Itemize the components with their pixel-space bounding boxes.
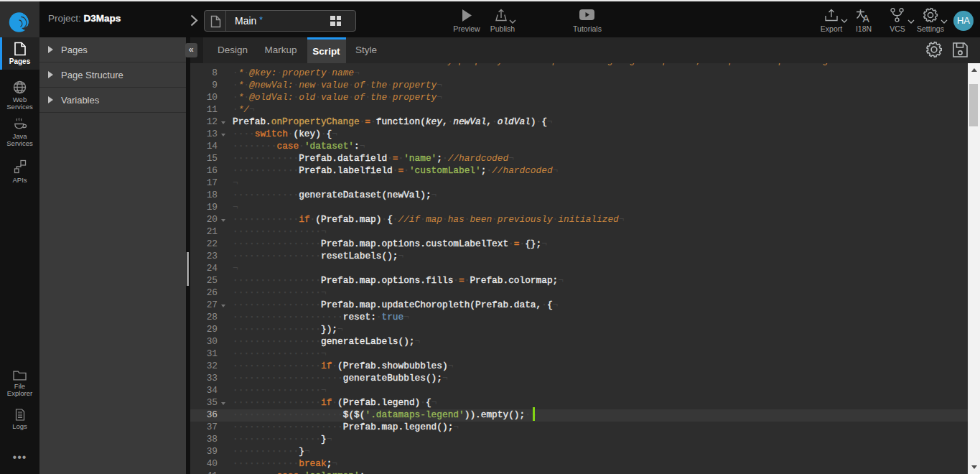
svg-text:A: A — [863, 13, 870, 22]
